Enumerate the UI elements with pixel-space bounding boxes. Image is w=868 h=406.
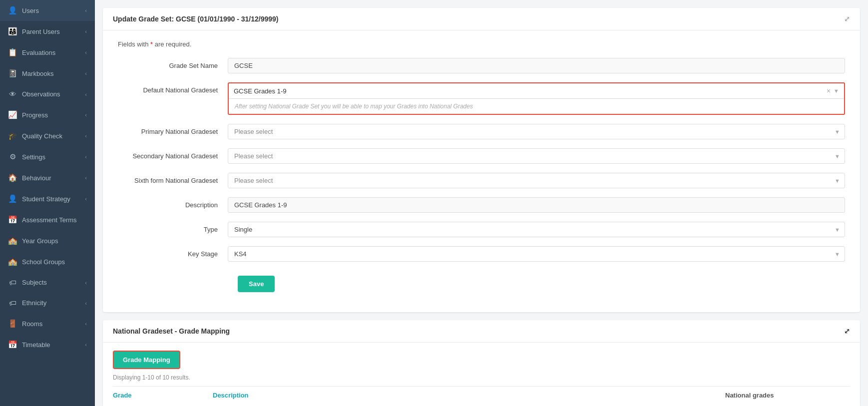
sidebar-item-evaluations[interactable]: 📋 Evaluations ‹	[0, 42, 95, 63]
rooms-icon: 🚪	[8, 319, 17, 328]
student-strategy-icon: 👤	[8, 194, 17, 203]
behaviour-icon: 🏠	[8, 173, 17, 182]
primary-national-gradeset-row: Primary National Gradeset Please select …	[118, 124, 845, 139]
sixth-form-national-gradeset-select[interactable]: Please select	[228, 173, 845, 188]
year-groups-icon: 🏫	[8, 236, 17, 245]
sidebar-item-quality-check[interactable]: 🎓 Quality Check ‹	[0, 125, 95, 146]
required-asterisk: *	[150, 40, 155, 48]
sidebar-item-timetable[interactable]: 📅 Timetable ‹	[0, 334, 95, 355]
page-title: Update Grade Set: GCSE (01/01/1990 - 31/…	[113, 15, 279, 23]
ethnicity-icon: 🏷	[8, 299, 17, 307]
chevron-icon: ‹	[85, 91, 87, 97]
key-stage-select-wrapper: KS4 ▼	[228, 246, 845, 262]
sidebar-item-ethnicity[interactable]: 🏷 Ethnicity ‹	[0, 293, 95, 313]
chevron-icon: ‹	[85, 175, 87, 181]
chevron-icon: ‹	[85, 7, 87, 13]
main-content: Update Grade Set: GCSE (01/01/1990 - 31/…	[95, 0, 868, 406]
sidebar: 👤 Users ‹ 👨‍👩‍👧 Parent Users ‹ 📋 Evaluat…	[0, 0, 95, 406]
sidebar-item-settings[interactable]: ⚙ Settings ‹	[0, 146, 95, 167]
primary-national-gradeset-select[interactable]: Please select	[228, 124, 845, 139]
type-label: Type	[118, 222, 228, 233]
default-national-gradeset-row: Default National Gradeset GCSE Grades 1-…	[118, 82, 845, 115]
chevron-icon: ‹	[85, 133, 87, 139]
required-note: Fields with * are required.	[118, 40, 845, 48]
chevron-icon: ‹	[85, 49, 87, 55]
assessment-terms-icon: 📅	[8, 215, 17, 224]
sidebar-item-label: Evaluations	[22, 49, 55, 56]
col-description-header[interactable]: Description	[213, 392, 725, 399]
users-icon: 👤	[8, 6, 17, 15]
description-label: Description	[118, 197, 228, 209]
sidebar-item-behaviour[interactable]: 🏠 Behaviour ‹	[0, 167, 95, 188]
sidebar-item-subjects[interactable]: 🏷 Subjects ‹	[0, 272, 95, 293]
grade-mapping-header: National Gradeset - Grade Mapping ⤢	[103, 320, 860, 343]
sidebar-item-label: Timetable	[22, 341, 50, 349]
observations-icon: 👁	[8, 90, 17, 98]
sixth-form-national-gradeset-wrap: Please select ▼	[228, 173, 845, 188]
sidebar-item-label: Student Strategy	[22, 195, 70, 203]
sidebar-item-student-strategy[interactable]: 👤 Student Strategy ‹	[0, 188, 95, 209]
col-grade-header[interactable]: Grade	[113, 392, 213, 399]
primary-national-gradeset-wrap: Please select ▼	[228, 124, 845, 139]
primary-national-gradeset-label: Primary National Gradeset	[118, 124, 228, 135]
sidebar-item-label: Parent Users	[22, 28, 60, 35]
sidebar-item-label: Ethnicity	[22, 299, 46, 307]
sidebar-item-label: Observations	[22, 90, 60, 98]
chevron-icon: ‹	[85, 280, 87, 286]
default-national-gradeset-hint: After setting National Grade Set you wil…	[229, 99, 844, 114]
default-national-gradeset-box[interactable]: GCSE Grades 1-9 × ▼ After setting Nation…	[228, 82, 845, 115]
chevron-icon: ‹	[85, 300, 87, 306]
col-national-grades-header: National grades	[725, 392, 850, 399]
sixth-form-national-gradeset-select-wrapper: Please select ▼	[228, 173, 845, 188]
secondary-national-gradeset-select[interactable]: Please select	[228, 148, 845, 164]
type-wrap: Single ▼	[228, 222, 845, 237]
grade-set-name-row: Grade Set Name	[118, 58, 845, 73]
type-select-wrapper: Single ▼	[228, 222, 845, 237]
grade-mapping-button[interactable]: Grade Mapping	[113, 351, 180, 369]
primary-national-gradeset-select-wrapper: Please select ▼	[228, 124, 845, 139]
sixth-form-national-gradeset-label: Sixth form National Gradeset	[118, 173, 228, 184]
dropdown-arrow-icon[interactable]: ▼	[834, 88, 839, 94]
key-stage-select[interactable]: KS4	[228, 246, 845, 262]
sidebar-item-assessment-terms[interactable]: 📅 Assessment Terms	[0, 209, 95, 230]
sidebar-item-year-groups[interactable]: 🏫 Year Groups	[0, 230, 95, 251]
key-stage-row: Key Stage KS4 ▼	[118, 246, 845, 262]
grade-mapping-card: National Gradeset - Grade Mapping ⤢ Grad…	[103, 320, 860, 406]
sidebar-item-observations[interactable]: 👁 Observations ‹	[0, 84, 95, 104]
chevron-icon: ‹	[85, 112, 87, 118]
sidebar-item-label: Users	[22, 7, 39, 14]
type-row: Type Single ▼	[118, 222, 845, 237]
expand-grade-mapping-icon[interactable]: ⤢	[844, 327, 850, 335]
chevron-icon: ‹	[85, 154, 87, 160]
secondary-national-gradeset-label: Secondary National Gradeset	[118, 148, 228, 160]
sidebar-item-users[interactable]: 👤 Users ‹	[0, 0, 95, 21]
parent-users-icon: 👨‍👩‍👧	[8, 27, 17, 36]
default-national-gradeset-value: GCSE Grades 1-9	[234, 87, 287, 95]
grade-set-name-input[interactable]	[228, 58, 845, 73]
save-button[interactable]: Save	[238, 276, 275, 292]
type-select[interactable]: Single	[228, 222, 845, 237]
secondary-national-gradeset-row: Secondary National Gradeset Please selec…	[118, 148, 845, 164]
sidebar-item-markbooks[interactable]: 📓 Markbooks ‹	[0, 63, 95, 84]
chevron-icon: ‹	[85, 196, 87, 202]
expand-icon[interactable]: ⤢	[844, 15, 850, 23]
sixth-form-national-gradeset-row: Sixth form National Gradeset Please sele…	[118, 173, 845, 188]
sidebar-item-parent-users[interactable]: 👨‍👩‍👧 Parent Users ‹	[0, 21, 95, 42]
timetable-icon: 📅	[8, 340, 17, 349]
sidebar-item-label: Year Groups	[22, 237, 58, 245]
description-input[interactable]	[228, 197, 845, 213]
sidebar-item-school-groups[interactable]: 🏫 School Groups	[0, 251, 95, 272]
secondary-national-gradeset-wrap: Please select ▼	[228, 148, 845, 164]
key-stage-wrap: KS4 ▼	[228, 246, 845, 262]
description-wrap	[228, 197, 845, 213]
sidebar-item-progress[interactable]: 📈 Progress ‹	[0, 104, 95, 125]
clear-gradeset-button[interactable]: ×	[827, 87, 831, 95]
sidebar-item-label: Subjects	[22, 279, 47, 286]
grade-mapping-title: National Gradeset - Grade Mapping	[113, 327, 230, 335]
sidebar-item-rooms[interactable]: 🚪 Rooms ‹	[0, 313, 95, 334]
displaying-results-text: Displaying 1-10 of 10 results.	[113, 374, 850, 381]
default-national-gradeset-wrap: GCSE Grades 1-9 × ▼ After setting Nation…	[228, 82, 845, 115]
sidebar-item-label: Settings	[22, 153, 45, 161]
secondary-national-gradeset-select-wrapper: Please select ▼	[228, 148, 845, 164]
chevron-icon: ‹	[85, 342, 87, 348]
